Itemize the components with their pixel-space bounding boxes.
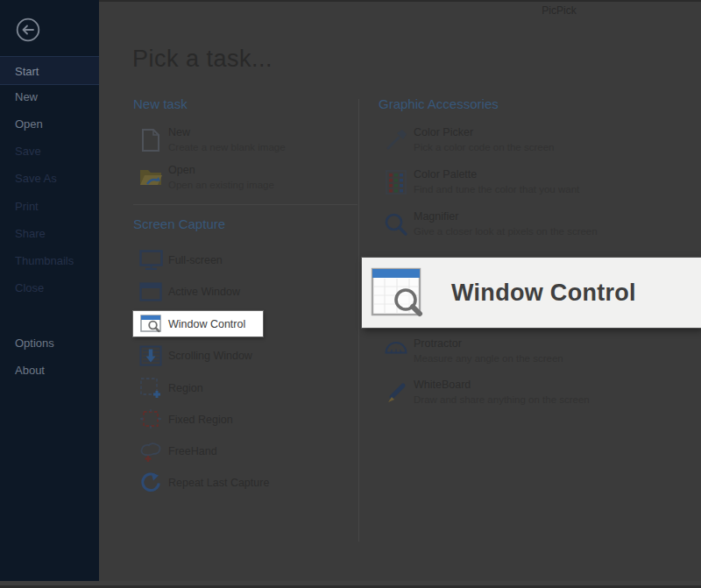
sidebar-item-open[interactable]: Open xyxy=(0,117,99,135)
picpick-backstage-screen: PicPick Start New Open Save Save As Prin… xyxy=(0,0,701,588)
fixed-region-icon xyxy=(133,408,168,431)
section-separator xyxy=(133,204,358,205)
capture-item-window-control[interactable]: Window Control xyxy=(133,311,263,337)
task-item-open[interactable]: Open Open an existing image xyxy=(133,164,352,190)
new-document-icon xyxy=(133,126,168,152)
window-control-callout: Window Control xyxy=(362,258,701,328)
capture-item-label: Scrolling Window xyxy=(168,350,252,362)
section-header-new-task: New task xyxy=(133,96,188,111)
accessory-item-label: Color Palette xyxy=(414,168,579,181)
accessory-item-description: Pick a color code on the screen xyxy=(414,142,554,152)
back-button[interactable] xyxy=(15,17,41,43)
accessory-item-color-picker[interactable]: Color Picker Pick a color code on the sc… xyxy=(379,126,659,152)
accessory-item-label: Color Picker xyxy=(414,126,554,138)
monitor-icon xyxy=(133,250,168,271)
whiteboard-pen-icon xyxy=(379,379,414,405)
back-arrow-icon xyxy=(15,31,41,46)
capture-item-label: Full-screen xyxy=(168,254,223,266)
accessory-item-protractor[interactable]: Protractor Measure any angle on the scre… xyxy=(379,337,659,364)
accessory-item-description: Draw and share anything on the screen xyxy=(414,394,590,405)
region-icon xyxy=(133,377,168,400)
window-top-edge xyxy=(0,0,701,2)
callout-label: Window Control xyxy=(451,280,636,307)
task-item-label: New xyxy=(168,126,286,138)
column-divider xyxy=(358,99,359,542)
capture-item-full-screen[interactable]: Full-screen xyxy=(133,244,352,276)
capture-item-label: Active Window xyxy=(168,286,240,298)
eyedropper-icon xyxy=(379,126,414,152)
section-header-screen-capture: Screen Capture xyxy=(133,216,225,231)
capture-item-label: Window Control xyxy=(168,318,245,330)
sidebar-item-options[interactable]: Options xyxy=(0,337,99,354)
task-item-new[interactable]: New Create a new blank image xyxy=(133,126,352,152)
accessory-item-description: Give a closer look at pixels on the scre… xyxy=(414,226,598,237)
backstage-sidebar: Start New Open Save Save As Print Share … xyxy=(0,0,99,581)
freehand-icon xyxy=(133,441,168,462)
task-item-description: Open an existing image xyxy=(168,180,274,190)
section-header-graphic-accessories: Graphic Accessories xyxy=(379,96,499,111)
window-magnifier-icon-large xyxy=(371,263,423,322)
page-title: Pick a task... xyxy=(132,46,273,73)
capture-item-scrolling-window[interactable]: Scrolling Window xyxy=(133,340,352,372)
task-item-description: Create a new blank image xyxy=(168,142,286,152)
scrolling-window-icon xyxy=(133,345,168,366)
capture-item-region[interactable]: Region xyxy=(133,372,352,404)
repeat-icon xyxy=(133,471,168,494)
capture-item-repeat-last-capture[interactable]: Repeat Last Capture xyxy=(133,467,352,499)
sidebar-item-about[interactable]: About xyxy=(0,364,99,381)
window-icon xyxy=(133,282,168,301)
capture-item-label: Fixed Region xyxy=(168,414,233,426)
accessory-item-magnifier[interactable]: Magnifier Give a closer look at pixels o… xyxy=(379,210,659,237)
open-folder-icon xyxy=(133,164,168,188)
palette-icon xyxy=(379,168,414,195)
sidebar-item-thumbnails: Thumbnails xyxy=(0,254,99,272)
capture-item-label: FreeHand xyxy=(168,445,217,457)
task-item-label: Open xyxy=(168,164,274,176)
protractor-icon xyxy=(379,337,414,355)
capture-item-label: Repeat Last Capture xyxy=(168,477,269,489)
sidebar-item-print: Print xyxy=(0,200,99,217)
accessory-item-description: Find and tune the color that you want xyxy=(414,184,579,195)
capture-item-active-window[interactable]: Active Window xyxy=(133,276,352,308)
accessory-item-label: WhiteBoard xyxy=(414,379,590,391)
capture-item-fixed-region[interactable]: Fixed Region xyxy=(133,404,352,436)
accessory-item-whiteboard[interactable]: WhiteBoard Draw and share anything on th… xyxy=(379,379,659,405)
magnifier-icon xyxy=(379,210,414,237)
accessory-item-color-palette[interactable]: Color Palette Find and tune the color th… xyxy=(379,168,659,195)
accessory-item-label: Protractor xyxy=(414,337,563,350)
capture-item-label: Region xyxy=(168,382,203,394)
window-title: PicPick xyxy=(524,4,594,17)
capture-item-freehand[interactable]: FreeHand xyxy=(133,436,352,467)
sidebar-item-save-as: Save As xyxy=(0,172,99,189)
accessory-item-label: Magnifier xyxy=(414,210,598,223)
window-magnifier-icon xyxy=(133,315,168,333)
sidebar-item-share: Share xyxy=(0,227,99,244)
sidebar-item-start[interactable]: Start xyxy=(0,56,99,85)
sidebar-item-new[interactable]: New xyxy=(0,90,99,108)
sidebar-item-save: Save xyxy=(0,145,99,162)
accessory-item-description: Measure any angle on the screen xyxy=(414,353,563,364)
sidebar-item-close: Close xyxy=(0,281,99,299)
